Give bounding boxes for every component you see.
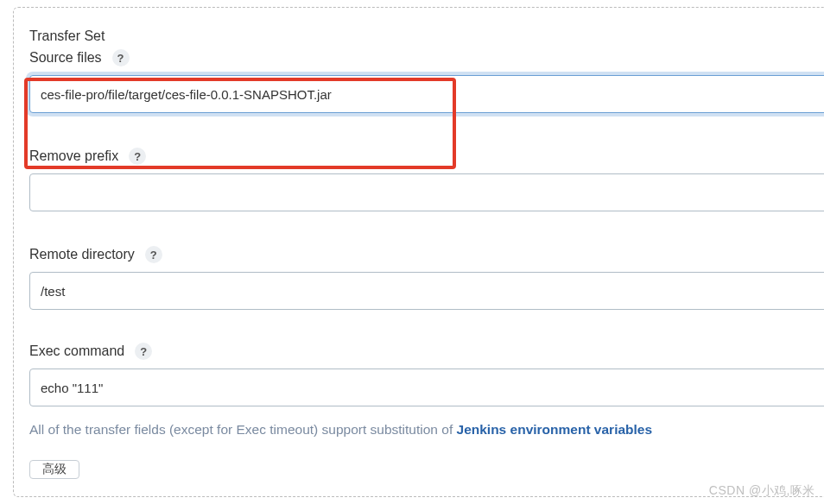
help-icon[interactable]: ?	[112, 49, 130, 66]
remove-prefix-input[interactable]	[29, 173, 824, 211]
field-exec-command: Exec command ?	[29, 343, 824, 406]
transfer-set-panel: Transfer Set Source files ? Remove prefi…	[13, 7, 824, 497]
source-files-input[interactable]	[29, 75, 824, 113]
help-icon[interactable]: ?	[135, 343, 152, 360]
exec-command-input[interactable]	[29, 369, 824, 406]
exec-command-label: Exec command	[29, 343, 124, 359]
hint-prefix: All of the transfer fields (except for E…	[29, 422, 457, 437]
section-title: Transfer Set	[29, 28, 824, 44]
source-files-label: Source files	[29, 50, 102, 66]
remote-directory-label: Remote directory	[29, 247, 135, 262]
field-remote-directory: Remote directory ?	[29, 246, 824, 310]
remote-directory-input[interactable]	[29, 272, 824, 310]
help-icon[interactable]: ?	[129, 148, 146, 165]
advanced-button[interactable]: 高级	[29, 460, 79, 479]
hint-text: All of the transfer fields (except for E…	[29, 422, 824, 438]
env-vars-link[interactable]: Jenkins environment variables	[457, 422, 653, 437]
field-source-files: Source files ?	[29, 49, 824, 113]
help-icon[interactable]: ?	[145, 246, 162, 263]
field-remove-prefix: Remove prefix ?	[29, 148, 824, 211]
watermark-text: CSDN @小鸡,啄米	[709, 483, 815, 499]
remove-prefix-label: Remove prefix	[29, 148, 118, 164]
